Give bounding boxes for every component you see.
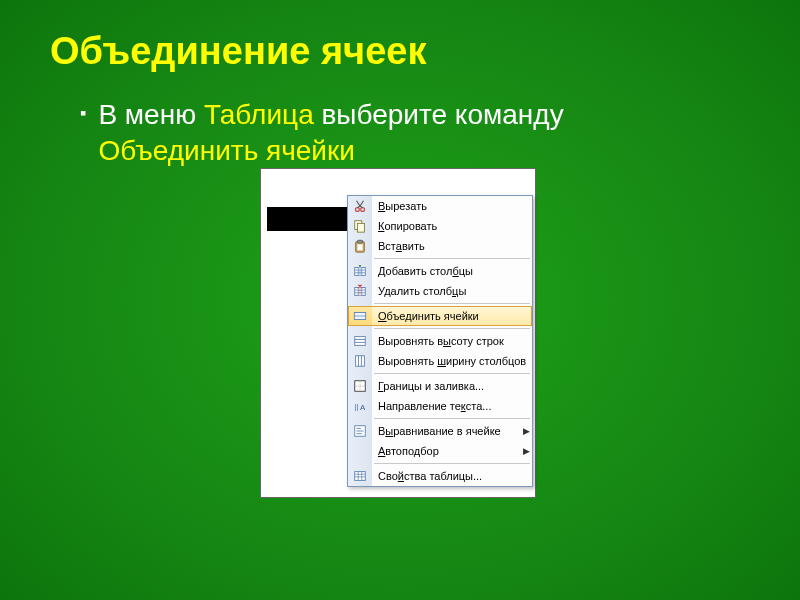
menu-item[interactable]: Вставить [348, 236, 532, 256]
bullet-highlight-2: Объединить ячейки [98, 135, 354, 166]
menu-item-label: Выровнять высоту строк [372, 335, 520, 347]
menu-item[interactable]: Добавить столбцы [348, 261, 532, 281]
menu-item-label: Направление текста... [372, 400, 520, 412]
text-dir-icon [348, 396, 372, 416]
menu-item-label: Копировать [372, 220, 520, 232]
menu-item[interactable]: Границы и заливка... [348, 376, 532, 396]
menu-item-label: Объединить ячейки [372, 310, 520, 322]
bullet-marker: ▪ [80, 103, 86, 124]
menu-item[interactable]: Удалить столбцы [348, 281, 532, 301]
menu-item[interactable]: Выровнять высоту строк [348, 331, 532, 351]
menu-item[interactable]: Копировать [348, 216, 532, 236]
submenu-arrow-icon: ▶ [520, 446, 532, 456]
menu-item[interactable]: Свойства таблицы... [348, 466, 532, 486]
menu-item-label: Добавить столбцы [372, 265, 520, 277]
props-icon [348, 466, 372, 486]
submenu-arrow-icon: ▶ [520, 426, 532, 436]
bullet-prefix: В меню [98, 99, 204, 130]
menu-item-label: Вставить [372, 240, 520, 252]
del-col-icon [348, 281, 372, 301]
add-col-icon [348, 261, 372, 281]
menu-separator [348, 418, 532, 419]
dist-col-icon [348, 351, 372, 371]
menu-separator [348, 258, 532, 259]
border-icon [348, 376, 372, 396]
menu-separator [348, 373, 532, 374]
menu-item-label: Границы и заливка... [372, 380, 520, 392]
menu-item[interactable]: Направление текста... [348, 396, 532, 416]
screenshot-panel: ВырезатьКопироватьВставитьДобавить столб… [260, 168, 536, 498]
menu-item[interactable]: Вырезать [348, 196, 532, 216]
cut-icon [348, 196, 372, 216]
menu-item-label: Выровнять ширину столбцов [372, 355, 526, 367]
slide-title: Объединение ячеек [50, 30, 750, 73]
merge-icon [348, 306, 372, 326]
paste-icon [348, 236, 372, 256]
menu-item-label: Вырезать [372, 200, 520, 212]
menu-item-label: Выравнивание в ячейке [372, 425, 520, 437]
align-icon [348, 421, 372, 441]
menu-item[interactable]: Объединить ячейки [348, 306, 532, 326]
menu-item[interactable]: Выравнивание в ячейке▶ [348, 421, 532, 441]
copy-icon [348, 216, 372, 236]
blank-icon [348, 441, 372, 461]
bullet-text: В меню Таблица выберите команду Объедини… [98, 97, 563, 170]
menu-item-label: Свойства таблицы... [372, 470, 520, 482]
bullet-item: ▪ В меню Таблица выберите команду Объеди… [80, 97, 750, 170]
dist-row-icon [348, 331, 372, 351]
menu-separator [348, 328, 532, 329]
menu-item[interactable]: Выровнять ширину столбцов [348, 351, 532, 371]
slide: Объединение ячеек ▪ В меню Таблица выбер… [0, 0, 800, 600]
menu-item-label: Автоподбор [372, 445, 520, 457]
menu-item-label: Удалить столбцы [372, 285, 520, 297]
menu-separator [348, 303, 532, 304]
bullet-highlight-1: Таблица [204, 99, 314, 130]
menu-item[interactable]: Автоподбор▶ [348, 441, 532, 461]
menu-separator [348, 463, 532, 464]
context-menu[interactable]: ВырезатьКопироватьВставитьДобавить столб… [347, 195, 533, 487]
bullet-mid: выберите команду [314, 99, 564, 130]
